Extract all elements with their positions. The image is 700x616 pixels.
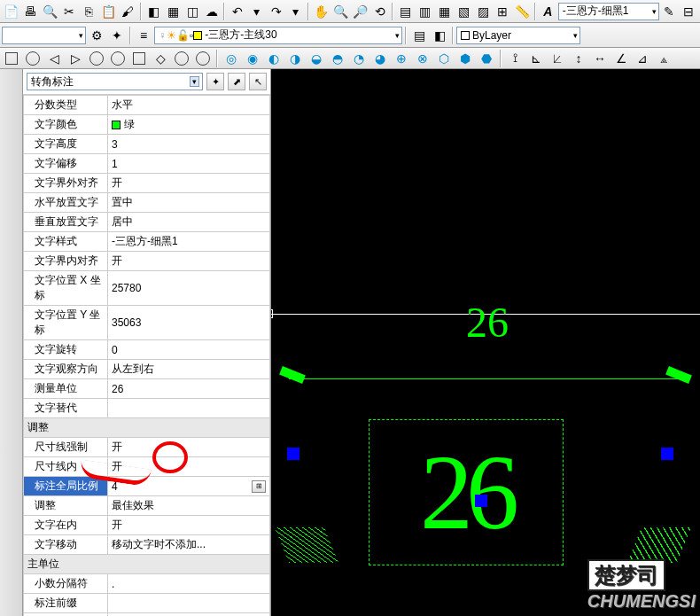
orbit2-icon[interactable]: ◉ (243, 49, 262, 68)
prop-value[interactable]: 开 (108, 174, 270, 193)
prop-row[interactable]: 文字替代 (24, 399, 270, 418)
new-icon[interactable]: 📄 (2, 2, 20, 21)
prop-icon[interactable]: ▤ (396, 2, 415, 21)
iso3-icon[interactable]: ⬣ (477, 49, 496, 68)
section-header[interactable]: 调整 (24, 418, 270, 438)
dim1-icon[interactable]: ⟟ (505, 49, 525, 68)
zoom-window-icon[interactable]: 🔎 (351, 2, 369, 21)
layers-icon[interactable]: ▤ (409, 26, 429, 45)
block-icon[interactable]: ◧ (144, 2, 163, 21)
quickselect-icon[interactable]: ✦ (206, 73, 224, 90)
shape1-icon[interactable] (2, 49, 21, 68)
color-combo[interactable]: ByLayer (456, 27, 580, 44)
prop-row[interactable]: 文字颜色绿 (24, 115, 270, 135)
orbit1-icon[interactable]: ◎ (222, 49, 241, 68)
layer-state-icon[interactable]: ≡ (134, 26, 153, 45)
preview-icon[interactable]: 🔍 (41, 2, 59, 21)
unnamed-combo[interactable] (2, 27, 86, 44)
shape10-icon[interactable] (193, 49, 213, 68)
prop-row[interactable]: 垂直放置文字居中 (24, 213, 270, 232)
pan-icon[interactable]: ✋ (312, 2, 331, 21)
prop-value[interactable]: 开 (108, 252, 270, 271)
cut-icon[interactable]: ✂ (60, 2, 79, 21)
prop-row[interactable]: 文字界外对齐开 (24, 174, 270, 193)
shape5-icon[interactable] (87, 49, 106, 68)
dim5-icon[interactable]: ↔ (590, 49, 610, 68)
ruler-icon[interactable]: 📏 (513, 2, 532, 21)
print-icon[interactable]: 🖶 (21, 2, 40, 21)
grip[interactable] (661, 448, 673, 460)
prop-value[interactable]: 开 (108, 516, 270, 535)
dim6-icon[interactable]: ∠ (611, 49, 631, 68)
prop-row[interactable]: 测量单位26 (24, 379, 270, 399)
undo-drop-icon[interactable]: ▾ (247, 2, 266, 21)
paste-icon[interactable]: 📋 (99, 2, 118, 21)
prop-value[interactable]: 3 (108, 135, 270, 154)
dim3-icon[interactable]: ⟀ (548, 49, 567, 68)
text-tool-icon[interactable]: ✎ (660, 2, 679, 21)
prop-value[interactable] (108, 613, 270, 617)
prop-row[interactable]: 文字移动移动文字时不添加... (24, 535, 270, 555)
redo-icon[interactable]: ↷ (267, 2, 285, 21)
select-icon[interactable]: ↖ (249, 73, 267, 90)
pickadd-icon[interactable]: ⬈ (228, 73, 245, 90)
prop-value[interactable]: 从左到右 (108, 360, 270, 379)
object-type-combo[interactable]: 转角标注 (27, 73, 203, 90)
dimension-text-large[interactable]: 26 (369, 419, 564, 565)
redo-drop-icon[interactable]: ▾ (286, 2, 305, 21)
dim8-icon[interactable]: ⟁ (654, 49, 673, 68)
prop-value[interactable]: 水平 (108, 96, 270, 115)
prop-value[interactable]: 绿 (108, 115, 270, 135)
calculator-icon[interactable]: ⊞ (252, 480, 266, 493)
tool-icon[interactable]: ▦ (435, 2, 454, 21)
orbit7-icon[interactable]: ◔ (349, 49, 369, 68)
grip[interactable] (287, 448, 299, 460)
prop-row[interactable]: 文字位置 X 坐标25780 (24, 271, 270, 306)
shape9-icon[interactable] (172, 49, 191, 68)
shape4-icon[interactable]: ▷ (66, 49, 85, 68)
prop-value[interactable]: . (108, 574, 270, 594)
dim2-icon[interactable]: ⊾ (526, 49, 546, 68)
zoom-icon[interactable]: 🔍 (331, 2, 350, 21)
prop-row[interactable]: 小数分隔符. (24, 574, 270, 594)
prop-row[interactable]: 文字高度3 (24, 135, 270, 154)
prop-row[interactable]: 文字在内开 (24, 516, 270, 535)
prop-row[interactable]: 文字观察方向从左到右 (24, 360, 270, 379)
iso1-icon[interactable]: ⬡ (434, 49, 454, 68)
section-header[interactable]: 主单位 (24, 555, 270, 574)
prop-value[interactable]: 0 (108, 340, 270, 360)
text-tool2-icon[interactable]: ⊟ (680, 2, 698, 21)
prop-row[interactable]: 文字旋转0 (24, 340, 270, 360)
prop-value[interactable]: 开 (108, 438, 270, 457)
prop-value[interactable]: 1 (108, 154, 270, 174)
prop-value[interactable] (108, 399, 270, 418)
prop-row[interactable]: 尺寸线强制开 (24, 438, 270, 457)
undo-icon[interactable]: ↶ (228, 2, 246, 21)
prop-row[interactable]: 文字偏移1 (24, 154, 270, 174)
prop-value[interactable]: 移动文字时不添加... (108, 535, 270, 555)
prop-value[interactable]: 最佳效果 (108, 496, 270, 516)
orbit6-icon[interactable]: ◓ (328, 49, 347, 68)
text-style-combo[interactable]: -三恩方-细黑1 (558, 3, 659, 20)
prop-value[interactable]: 26 (108, 379, 270, 399)
layer-combo[interactable]: ♀☀🔓▫ -三恩方-主线30 (154, 27, 402, 44)
block3-icon[interactable]: ◫ (183, 2, 202, 21)
prop-value[interactable]: -三恩方-细黑1 (108, 232, 270, 252)
orbit10-icon[interactable]: ⊗ (413, 49, 432, 68)
shape2-icon[interactable] (23, 49, 43, 68)
shape3-icon[interactable]: ◁ (44, 49, 64, 68)
prop-row[interactable]: 标注前缀 (24, 594, 270, 613)
zoom-prev-icon[interactable]: ⟲ (370, 2, 389, 21)
lt-icon[interactable]: ▨ (474, 2, 493, 21)
gear-icon[interactable]: ⚙ (87, 26, 106, 45)
prop-value[interactable]: 居中 (108, 213, 270, 232)
properties-scroll[interactable]: 分数类型水平文字颜色绿文字高度3文字偏移1文字界外对齐开水平放置文字置中垂直放置… (23, 94, 270, 616)
orbit3-icon[interactable]: ◐ (264, 49, 284, 68)
orbit5-icon[interactable]: ◒ (307, 49, 326, 68)
dim4-icon[interactable]: ↕ (569, 49, 588, 68)
prop-row[interactable]: 文字位置 Y 坐标35063 (24, 306, 270, 340)
orbit8-icon[interactable]: ◕ (370, 49, 390, 68)
shape7-icon[interactable] (129, 49, 149, 68)
drawing-canvas[interactable]: 26 26 楚梦司 CHUMENGSI (271, 69, 700, 616)
prop-row[interactable]: 文字样式-三恩方-细黑1 (24, 232, 270, 252)
